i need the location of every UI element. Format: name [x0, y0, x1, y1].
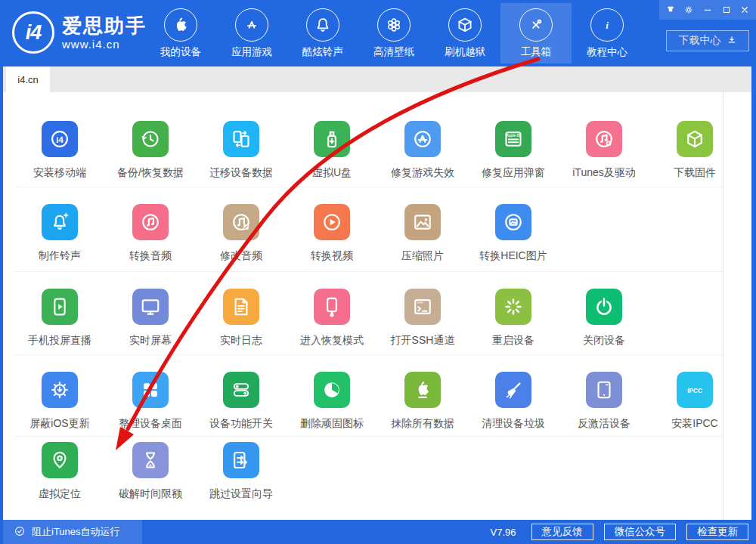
tile-photo[interactable]: 压缩照片	[377, 204, 468, 263]
tile-appleid[interactable]: Apple ID修复应用弹窗	[468, 121, 559, 180]
download-icon	[727, 35, 737, 45]
tile-power[interactable]: 关闭设备	[559, 289, 649, 348]
footer-right: V7.96 意见反馈微信公众号检查更新	[491, 524, 756, 540]
broom-icon-box	[495, 372, 531, 408]
tile-label: 重启设备	[492, 334, 534, 348]
itunes-icon-box	[586, 121, 622, 157]
tile-pin[interactable]: 虚拟定位	[14, 442, 105, 501]
tile-cube[interactable]: 下载固件	[649, 121, 740, 180]
footer-button-2[interactable]: 检查更新	[686, 524, 748, 540]
tile-bellplus[interactable]: 制作铃声	[14, 204, 105, 263]
svg-text:SSH: SSH	[417, 301, 423, 304]
tile-label: 虚拟定位	[39, 487, 81, 501]
scrollbar-track[interactable]	[723, 92, 723, 520]
tile-appleerase[interactable]: 抹除所有数据	[377, 372, 468, 431]
tile-phoneplay[interactable]: 手机投屏直播	[14, 289, 105, 348]
gearupdate-icon	[48, 379, 71, 401]
footer-button-0[interactable]: 意见反馈	[531, 524, 593, 540]
nav-info-circle: i	[590, 8, 624, 42]
toggles-icon-box	[223, 372, 259, 408]
cube-icon-box	[677, 121, 713, 157]
tile-broom[interactable]: 清理设备垃圾	[468, 372, 559, 431]
nav-item-bell[interactable]: 酷炫铃声	[287, 3, 358, 63]
i4app-icon: i4	[48, 128, 71, 150]
nav-item-box[interactable]: 刷机越狱	[429, 3, 500, 63]
tile-photocircle[interactable]: 转换HEIC图片	[468, 204, 559, 263]
tile-monitor[interactable]: 实时屏幕	[105, 289, 196, 348]
tile-label: 实时日志	[220, 334, 262, 348]
tile-label: 打开SSH通道	[391, 334, 455, 348]
tile-i4app[interactable]: i4安装移动端	[14, 121, 105, 180]
phonecable-icon-box	[314, 289, 350, 325]
footer-button-1[interactable]: 微信公众号	[604, 524, 677, 540]
logo-text: i4	[26, 21, 42, 45]
tile-doclines[interactable]: 实时日志	[196, 289, 287, 348]
svg-text:i4: i4	[56, 135, 64, 144]
tab-i4cn[interactable]: i4.cn	[6, 66, 50, 92]
tile-label: 转换视频	[311, 249, 353, 263]
nav-item-a[interactable]: 应用游戏	[216, 3, 287, 63]
tile-label: 设备功能开关	[209, 417, 273, 431]
nav-box-circle	[448, 8, 482, 42]
maximize-button[interactable]	[719, 2, 734, 17]
toolbox-row: 屏蔽iOS更新整理设备桌面设备功能开关删除顽固图标抹除所有数据清理设备垃圾反激活…	[14, 355, 723, 437]
nav-tools-icon	[526, 15, 546, 35]
tile-label: 手机投屏直播	[28, 334, 91, 348]
tile-hourglass[interactable]: 破解时间限额	[105, 442, 196, 501]
tile-grid4[interactable]: 整理设备桌面	[105, 372, 196, 431]
toggles-icon	[230, 379, 253, 401]
tile-tablet[interactable]: 反激活设备	[559, 372, 649, 431]
tile-playcircle[interactable]: 转换视频	[287, 204, 377, 263]
nav-item-label: 工具箱	[521, 45, 552, 59]
tile-label: 关闭设备	[583, 334, 625, 348]
usb-icon-box	[314, 121, 350, 157]
tile-spinner[interactable]: 重启设备	[468, 289, 559, 348]
tile-musicedit[interactable]: 修改音频	[196, 204, 287, 263]
transfer-icon	[230, 128, 253, 150]
block-itunes-toggle[interactable]: 阻止iTunes自动运行	[3, 520, 142, 544]
tile-label: 整理设备桌面	[119, 417, 182, 431]
tile-terminal[interactable]: SSH打开SSH通道	[377, 289, 468, 348]
nav-item-tools[interactable]: 工具箱	[500, 3, 572, 63]
pin-icon-box	[42, 442, 78, 478]
nav-item-apple[interactable]: 我的设备	[145, 3, 216, 63]
svg-text:IPCC: IPCC	[687, 388, 702, 394]
nav-apple-circle	[164, 8, 197, 42]
maximize-icon	[721, 5, 732, 15]
usb-icon	[321, 128, 343, 150]
minimize-button[interactable]	[700, 2, 715, 17]
skin-button[interactable]	[663, 2, 678, 17]
tile-usb[interactable]: 虚拟U盘	[287, 121, 377, 180]
tile-label: 转换音频	[129, 249, 172, 263]
tile-musiccircle[interactable]: 转换音频	[105, 204, 196, 263]
tile-ipcc[interactable]: IPCC安装IPCC	[649, 372, 740, 431]
tile-label: 迁移设备数据	[209, 166, 273, 180]
tile-label: 进入恢复模式	[300, 334, 364, 348]
download-center-button[interactable]: 下载中心	[666, 30, 749, 51]
tile-pieclock[interactable]: 删除顽固图标	[287, 372, 377, 431]
appstorebadge-icon	[411, 128, 434, 150]
playcircle-icon	[321, 211, 343, 233]
tile-itunes[interactable]: iTunes及驱动	[559, 121, 649, 180]
tile-label: 反激活设备	[578, 417, 631, 431]
nav-item-info[interactable]: i教程中心	[572, 3, 643, 63]
phoneplay-icon	[48, 295, 71, 318]
tile-history[interactable]: 备份/恢复数据	[105, 121, 196, 180]
shirt-icon	[665, 5, 676, 15]
tile-transfer[interactable]: 迁移设备数据	[196, 121, 287, 180]
ipcc-icon: IPCC	[683, 379, 706, 401]
bellplus-icon-box	[42, 204, 78, 240]
phonecable-icon	[321, 295, 343, 318]
gearupdate-icon-box	[42, 372, 78, 408]
tile-appstorebadge[interactable]: 修复游戏失效	[377, 121, 468, 180]
close-button[interactable]	[737, 2, 752, 17]
tile-docskip[interactable]: 跳过设置向导	[196, 442, 287, 501]
tile-toggles[interactable]: 设备功能开关	[196, 372, 287, 431]
settings-button[interactable]	[681, 2, 696, 17]
grid4-icon	[139, 379, 162, 401]
tab-bar: i4.cn	[3, 66, 751, 92]
block-itunes-label: 阻止iTunes自动运行	[32, 525, 120, 539]
nav-item-flower[interactable]: 高清壁纸	[358, 3, 429, 63]
tile-gearupdate[interactable]: 屏蔽iOS更新	[14, 372, 105, 431]
tile-phonecable[interactable]: 进入恢复模式	[287, 289, 377, 348]
